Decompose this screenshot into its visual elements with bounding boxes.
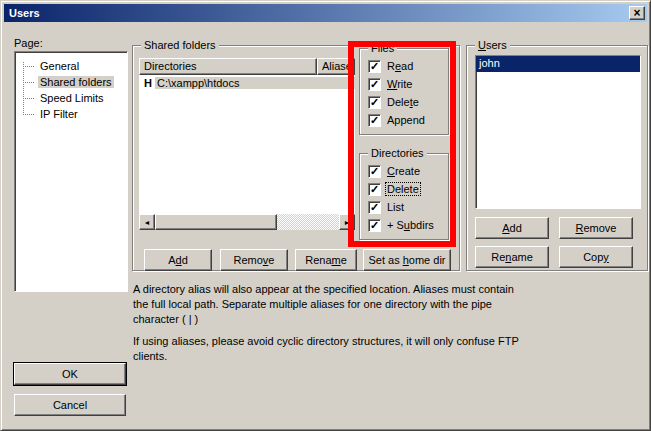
scroll-left-icon: ◄ [144,219,151,226]
check-icon: ✓ [370,202,379,213]
alias-help-text: A directory alias will also appear at th… [133,282,529,364]
files-group: Files ✓ Read ✓ Write ✓ Delete ✓ Append [359,48,449,135]
checkbox-files-read[interactable]: ✓ Read [368,59,414,73]
check-icon: ✓ [370,184,379,195]
tree-item-speed-limits[interactable]: Speed Limits [15,90,106,106]
users-legend: Users [475,39,510,51]
user-add-button[interactable]: Add [475,217,549,239]
checkbox-files-write[interactable]: ✓ Write [368,77,413,91]
tree-item-label: IP Filter [38,108,80,120]
check-icon: ✓ [370,115,379,126]
cancel-button[interactable]: Cancel [14,394,126,416]
users-group: Users john Add Remove Rename Copy [466,45,648,271]
checkbox-box[interactable]: ✓ [368,114,381,127]
check-icon: ✓ [370,61,379,72]
checkbox-box[interactable]: ✓ [368,96,381,109]
directory-path: C:\xampp\htdocs [155,77,355,89]
check-icon: ✓ [370,97,379,108]
check-icon: ✓ [370,79,379,90]
directory-row[interactable]: H C:\xampp\htdocs [139,75,355,90]
checkbox-files-append[interactable]: ✓ Append [368,113,426,127]
list-header: Directories Aliases [139,58,355,75]
alias-note-2: If using aliases, please avoid cyclic di… [133,334,529,364]
set-as-home-dir-button[interactable]: Set as home dir [363,249,451,271]
tree-item-general[interactable]: General [15,58,81,74]
checkbox-dirs-list[interactable]: ✓ List [368,200,405,214]
folder-remove-button[interactable]: Remove [220,249,288,271]
close-icon: × [633,8,640,18]
check-icon: ✓ [370,166,379,177]
alias-note-1: A directory alias will also appear at th… [133,282,529,327]
page-tree[interactable]: General Shared folders Speed Limits IP F… [14,51,128,292]
tree-item-label: Speed Limits [38,92,106,104]
scroll-right-icon: ► [344,219,351,226]
home-dir-marker: H [139,77,155,89]
scroll-right-button[interactable]: ► [339,214,355,230]
tree-item-label: Shared folders [38,76,114,88]
check-icon: ✓ [370,220,379,231]
column-header-directories[interactable]: Directories [139,58,317,75]
directories-group: Directories ✓ Create ✓ Delete ✓ List ✓ +… [359,153,449,240]
user-remove-button[interactable]: Remove [559,217,633,239]
shared-folders-legend: Shared folders [141,39,219,51]
tree-item-label: General [38,60,81,72]
checkbox-dirs-create[interactable]: ✓ Create [368,164,421,178]
checkbox-box[interactable]: ✓ [368,183,381,196]
user-rename-button[interactable]: Rename [475,246,549,268]
column-header-aliases[interactable]: Aliases [317,58,355,75]
user-copy-button[interactable]: Copy [559,246,633,268]
tree-item-shared-folders[interactable]: Shared folders [15,74,114,90]
folder-add-button[interactable]: Add [144,249,212,271]
shared-folders-list[interactable]: Directories Aliases H C:\xampp\htdocs ◄ … [139,58,355,230]
files-legend: Files [368,42,397,54]
directories-legend: Directories [368,147,427,159]
checkbox-dirs-delete[interactable]: ✓ Delete [368,182,420,196]
window-title: Users [9,7,40,19]
horizontal-scrollbar[interactable]: ◄ ► [139,214,355,230]
user-list-item[interactable]: john [476,56,640,72]
page-label: Page: [14,37,43,49]
ok-button[interactable]: OK [14,363,126,385]
checkbox-box[interactable]: ✓ [368,78,381,91]
checkbox-dirs-subdirs[interactable]: ✓ + Subdirs [368,218,435,232]
checkbox-files-delete[interactable]: ✓ Delete [368,95,420,109]
scrollbar-track[interactable] [277,214,339,230]
checkbox-box[interactable]: ✓ [368,201,381,214]
checkbox-box[interactable]: ✓ [368,219,381,232]
close-button[interactable]: × [629,6,645,20]
tree-item-ip-filter[interactable]: IP Filter [15,106,80,122]
folder-rename-button[interactable]: Rename [295,249,357,271]
scroll-left-button[interactable]: ◄ [139,214,155,230]
scrollbar-thumb[interactable] [155,214,277,230]
users-dialog: Users × Page: General Shared folders Spe… [0,0,651,431]
checkbox-box[interactable]: ✓ [368,165,381,178]
checkbox-box[interactable]: ✓ [368,60,381,73]
title-bar[interactable]: Users × [4,4,647,22]
users-list[interactable]: john [475,55,641,209]
